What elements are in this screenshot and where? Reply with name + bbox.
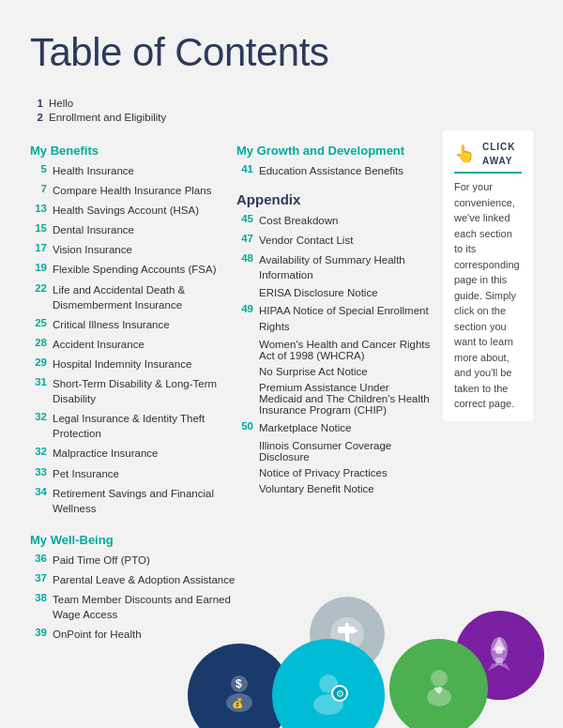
- list-item: 5Health Insurance: [30, 163, 236, 178]
- toc-columns: My Benefits 5Health Insurance7Compare He…: [30, 130, 533, 646]
- item-label: Women's Health and Cancer Rights Act of …: [259, 339, 434, 361]
- item-label: Accident Insurance: [53, 337, 145, 352]
- col-right: 👆 CLICK AWAY For your convenience, we've…: [434, 130, 533, 646]
- item-label: Life and Accidental Death & Dismembermen…: [53, 282, 236, 312]
- item-label: Pet Insurance: [53, 466, 119, 481]
- svg-point-4: [231, 675, 248, 692]
- item-label: Enrollment and Eligibility: [49, 112, 166, 123]
- item-num: 33: [30, 466, 47, 478]
- item-label: Vendor Contact List: [259, 233, 353, 248]
- page: Table of Contents 1Hello2Enrollment and …: [0, 0, 563, 728]
- item-label: Availability of Summary Health Informati…: [259, 252, 434, 282]
- col-left: My Benefits 5Health Insurance7Compare He…: [30, 130, 236, 646]
- my-benefits-label: My Benefits: [30, 144, 236, 158]
- list-item: 32Malpractice Insurance: [30, 446, 236, 461]
- list-item: 49HIPAA Notice of Special Enrollment Rig…: [236, 303, 434, 333]
- item-num: 32: [30, 411, 47, 422]
- item-label: Health Insurance: [53, 163, 134, 178]
- item-label: Team Member Discounts and Earned Wage Ac…: [53, 592, 236, 622]
- list-item: Notice of Privacy Practices: [259, 467, 434, 478]
- svg-point-8: [319, 675, 338, 693]
- list-item: 32Legal Insurance & Identity Theft Prote…: [30, 411, 236, 441]
- item-num: 34: [30, 486, 47, 497]
- list-item: 22Life and Accidental Death & Dismemberm…: [30, 282, 236, 312]
- my-wellbeing-label: My Well-Being: [30, 533, 236, 547]
- list-item: 7Compare Health Insurance Plans: [30, 183, 236, 198]
- item-num: 15: [30, 222, 47, 234]
- my-wellbeing-items: 36Paid Time Off (PTO)37Parental Leave & …: [30, 553, 236, 642]
- item-num: 31: [30, 376, 47, 387]
- list-item: 37Parental Leave & Adoption Assistance: [30, 572, 236, 587]
- list-item: 28Accident Insurance: [30, 337, 236, 352]
- item-label: ERISA Disclosure Notice: [259, 287, 378, 298]
- list-item: 36Paid Time Off (PTO): [30, 553, 236, 568]
- item-label: Compare Health Insurance Plans: [53, 183, 211, 198]
- list-item: 48Availability of Summary Health Informa…: [236, 252, 434, 282]
- svg-point-18: [431, 670, 448, 687]
- circle-blue-dark: $ 💰: [188, 644, 291, 728]
- svg-point-5: [226, 693, 252, 712]
- item-label: No Surprise Act Notice: [259, 366, 368, 377]
- item-label: Malpractice Insurance: [53, 446, 159, 461]
- list-item: 38Team Member Discounts and Earned Wage …: [30, 592, 236, 622]
- item-num: 49: [236, 303, 253, 314]
- click-away-body: For your convenience, we've linked each …: [454, 179, 522, 412]
- circle-cyan: ⚙: [272, 639, 385, 728]
- appendix-items: 45Cost Breakdown47Vendor Contact List48A…: [236, 213, 434, 494]
- col-middle: My Growth and Development 41Education As…: [236, 130, 434, 646]
- item-num: 29: [30, 356, 47, 368]
- click-away-header: 👆 CLICK AWAY: [454, 140, 522, 174]
- top-item: 1Hello: [30, 98, 533, 109]
- item-label: Parental Leave & Adoption Assistance: [53, 572, 235, 587]
- item-label: Education Assistance Benefits: [259, 163, 403, 178]
- list-item: 50Marketplace Notice: [236, 420, 434, 435]
- svg-point-17: [495, 646, 503, 654]
- item-label: Vision Insurance: [53, 242, 132, 257]
- item-num: 47: [236, 233, 253, 244]
- svg-marker-16: [499, 663, 510, 671]
- item-label: Marketplace Notice: [259, 420, 351, 435]
- list-item: 31Short-Term Disability & Long-Term Disa…: [30, 376, 236, 406]
- item-num: 1: [30, 98, 43, 109]
- item-num: 41: [236, 163, 253, 174]
- list-item: Voluntary Benefit Notice: [259, 483, 434, 494]
- list-item: 13Health Savings Account (HSA): [30, 203, 236, 218]
- item-label: Hospital Indemnity Insurance: [53, 356, 191, 372]
- list-item: 39OnPoint for Health: [30, 627, 236, 642]
- list-item: 17Vision Insurance: [30, 242, 236, 257]
- svg-point-10: [332, 686, 347, 701]
- item-num: 5: [30, 163, 47, 174]
- top-items: 1Hello2Enrollment and Eligibility: [30, 98, 533, 123]
- list-item: 29Hospital Indemnity Insurance: [30, 356, 236, 372]
- item-label: Retirement Savings and Financial Wellnes…: [53, 486, 236, 516]
- svg-text:💰: 💰: [232, 697, 244, 709]
- item-label: Legal Insurance & Identity Theft Protect…: [53, 411, 236, 441]
- my-benefits-items: 5Health Insurance7Compare Health Insuran…: [30, 163, 236, 516]
- svg-text:$: $: [236, 677, 242, 690]
- item-num: 38: [30, 592, 47, 603]
- svg-text:⚙: ⚙: [336, 689, 344, 699]
- item-num: 36: [30, 553, 47, 564]
- item-label: Voluntary Benefit Notice: [259, 483, 374, 494]
- list-item: 34Retirement Savings and Financial Welln…: [30, 486, 236, 516]
- svg-point-19: [427, 688, 451, 706]
- list-item: ERISA Disclosure Notice: [259, 287, 434, 298]
- list-item: 19Flexible Spending Accounts (FSA): [30, 262, 236, 277]
- list-item: 33Pet Insurance: [30, 466, 236, 481]
- list-item: 41Education Assistance Benefits: [236, 163, 434, 178]
- item-label: Paid Time Off (PTO): [53, 553, 150, 568]
- list-item: 15Dental Insurance: [30, 222, 236, 237]
- svg-marker-15: [488, 663, 499, 671]
- item-label: Short-Term Disability & Long-Term Disabi…: [53, 376, 236, 406]
- item-label: Illinois Consumer Coverage Disclosure: [259, 440, 434, 463]
- item-num: 2: [30, 112, 43, 123]
- item-label: Flexible Spending Accounts (FSA): [53, 262, 217, 277]
- list-item: 47Vendor Contact List: [236, 233, 434, 248]
- item-label: Critical Illness Insurance: [53, 317, 170, 332]
- item-num: 37: [30, 572, 47, 584]
- item-num: 7: [30, 183, 47, 194]
- item-num: 48: [236, 252, 253, 264]
- item-num: 22: [30, 282, 47, 294]
- item-label: Dental Insurance: [53, 222, 134, 237]
- click-away-title: CLICK AWAY: [482, 140, 522, 168]
